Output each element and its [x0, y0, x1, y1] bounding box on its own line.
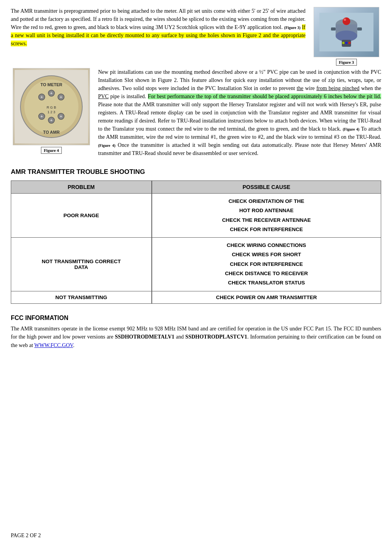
page-footer: PAGE 2 OF 2 — [11, 533, 41, 539]
top-left-text: The AMR transmitter is preprogrammed pri… — [11, 7, 305, 66]
svg-text:+: + — [50, 90, 53, 96]
fcc-text4: . — [73, 342, 75, 348]
fcc-text: The AMR transmitters operate in the lice… — [11, 325, 381, 350]
mid-text-block: New pit installations can use the mounti… — [98, 68, 381, 157]
top-section: The AMR transmitter is preprogrammed pri… — [11, 7, 381, 157]
figure4-svg: TO METER TO AMR R G B 1 2 3 + + — [15, 70, 88, 143]
svg-point-10 — [345, 42, 348, 44]
underline-the: the — [297, 85, 303, 91]
svg-text:+: + — [41, 94, 43, 100]
cause-lines-poor-range: CHECK ORIENTATION OF THE HOT ROD ANTENNA… — [158, 197, 375, 234]
figure4-ref-inline1: (Figure 4) — [343, 127, 359, 131]
cause-not-transmitting-correct: CHECK WIRING CONNECTIONS CHECK WIRES FOR… — [152, 238, 381, 291]
svg-text:+: + — [41, 114, 43, 119]
troubleshooting-heading: AMR TRANSMITTER TROUBLE SHOOTING — [11, 168, 381, 176]
svg-point-3 — [336, 31, 357, 41]
fcc-text2: and — [175, 334, 185, 340]
svg-text:1 2 3: 1 2 3 — [48, 110, 55, 114]
figure4-ref-inline2: (Figure 4) — [98, 143, 115, 148]
table-row: NOT TRANSMITTING CHECK POWER ON AMR TRAN… — [11, 291, 381, 303]
svg-text:+: + — [60, 94, 63, 100]
fcc-heading: FCC INFORMATION — [11, 315, 381, 322]
highlight-new-wall: If a new wall unit is being installed it… — [11, 24, 305, 46]
cause-poor-range: CHECK ORIENTATION OF THE HOT ROD ANTENNA… — [152, 194, 381, 238]
fcc-id-2: SSDHOTRODPLASTCV1 — [185, 334, 247, 340]
top-text-row: The AMR transmitter is preprogrammed pri… — [11, 7, 381, 66]
svg-point-4 — [343, 17, 350, 25]
table-header-row: PROBLEM POSSIBLE CAUSE — [11, 181, 381, 194]
table-row: NOT TRANSMITTING CORRECTDATA CHECK WIRIN… — [11, 238, 381, 291]
svg-text:+: + — [60, 114, 63, 119]
col-cause-header: POSSIBLE CAUSE — [152, 181, 381, 194]
figure3-svg — [319, 13, 373, 51]
highlight-performance: For best performance the top of the tran… — [148, 94, 381, 99]
figure3-container: Figure 3 — [312, 7, 381, 66]
cause-lines-not-transmitting-correct: CHECK WIRING CONNECTIONS CHECK WIRES FOR… — [158, 241, 375, 288]
new-pit-text: New pit installations can use the mounti… — [98, 69, 381, 156]
problem-not-transmitting: NOT TRANSMITTING — [11, 291, 152, 303]
figure4-image: TO METER TO AMR R G B 1 2 3 + + — [13, 68, 90, 145]
svg-text:+: + — [50, 117, 53, 123]
fcc-id-1: SSDHOTRODMETALV1 — [115, 334, 175, 340]
table-row: POOR RANGE CHECK ORIENTATION OF THE HOT … — [11, 194, 381, 238]
col-problem-header: PROBLEM — [11, 181, 152, 194]
svg-rect-6 — [331, 27, 336, 31]
svg-text:TO METER: TO METER — [41, 82, 63, 87]
figure3-image — [314, 7, 379, 57]
svg-point-5 — [344, 19, 346, 21]
svg-point-9 — [342, 42, 344, 44]
figure3-caption: Figure 3 — [336, 59, 356, 66]
svg-text:TO AMR: TO AMR — [43, 130, 60, 134]
figure4-caption: Figure 4 — [41, 147, 61, 154]
figure3-ref-inline: (Figure 3) — [284, 26, 300, 30]
underline-pvc: PVC — [98, 94, 109, 99]
troubleshooting-table: PROBLEM POSSIBLE CAUSE POOR RANGE CHECK … — [11, 180, 381, 304]
cause-not-transmitting: CHECK POWER ON AMR TRANSMITTER — [152, 291, 381, 303]
problem-poor-range: POOR RANGE — [11, 194, 152, 238]
intro-para1: The AMR transmitter is preprogrammed pri… — [11, 8, 305, 46]
fcc-link[interactable]: WWW.FCC.GOV — [34, 342, 73, 348]
svg-point-11 — [348, 42, 351, 44]
problem-not-transmitting-correct: NOT TRANSMITTING CORRECTDATA — [11, 238, 152, 291]
svg-text:R G B: R G B — [47, 106, 56, 109]
mid-row: TO METER TO AMR R G B 1 2 3 + + — [11, 68, 381, 157]
svg-rect-7 — [357, 27, 362, 31]
underline-from-pinched: from being pinched — [316, 85, 360, 91]
figure4-container: TO METER TO AMR R G B 1 2 3 + + — [11, 68, 92, 157]
